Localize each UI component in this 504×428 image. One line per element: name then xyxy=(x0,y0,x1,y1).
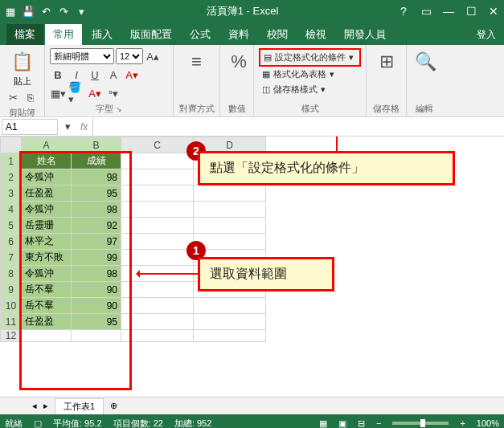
row-header[interactable]: 1 xyxy=(1,153,22,169)
border-icon[interactable]: ▦▾ xyxy=(50,85,66,101)
cell[interactable] xyxy=(121,202,194,218)
row-header[interactable]: 8 xyxy=(1,266,22,282)
increase-font-icon[interactable]: A▴ xyxy=(145,48,161,64)
font-size-select[interactable]: 12 xyxy=(116,48,143,64)
cell[interactable]: 98 xyxy=(72,202,121,218)
zoom-in-icon[interactable]: + xyxy=(460,418,465,428)
zoom-slider[interactable] xyxy=(392,422,449,425)
cells-icon[interactable]: ⊞ xyxy=(373,48,400,75)
cell[interactable] xyxy=(22,330,72,342)
col-header-a[interactable]: A xyxy=(22,137,72,153)
underline-button[interactable]: U xyxy=(87,67,103,83)
tab-layout[interactable]: 版面配置 xyxy=(122,24,180,45)
cell[interactable] xyxy=(194,185,266,202)
cell[interactable]: 林平之 xyxy=(22,234,72,250)
cell[interactable]: 岳不羣 xyxy=(22,282,72,298)
tab-insert[interactable]: 插入 xyxy=(84,24,121,45)
cell[interactable]: 98 xyxy=(72,169,121,185)
tab-developer[interactable]: 開發人員 xyxy=(336,24,394,45)
sheet-nav-prev-icon[interactable]: ◂ xyxy=(32,401,37,411)
col-header-b[interactable]: B xyxy=(72,137,121,153)
cell[interactable]: 90 xyxy=(72,298,121,314)
cell[interactable] xyxy=(121,153,194,169)
cell[interactable]: 姓名 xyxy=(22,153,72,169)
cell[interactable]: 90 xyxy=(72,282,121,298)
cell[interactable]: 任盈盈 xyxy=(22,185,72,202)
sign-in-link[interactable]: 登入 xyxy=(469,25,504,45)
row-header[interactable]: 9 xyxy=(1,282,22,298)
row-header[interactable]: 7 xyxy=(1,250,22,266)
view-page-break-icon[interactable]: ⊟ xyxy=(358,418,365,429)
view-page-layout-icon[interactable]: ▣ xyxy=(338,418,346,429)
formula-bar[interactable] xyxy=(92,117,504,136)
fill-color-icon[interactable]: 🪣▾ xyxy=(68,85,84,101)
percent-icon[interactable]: % xyxy=(225,48,252,75)
cell[interactable]: 岳靈珊 xyxy=(22,218,72,234)
zoom-out-icon[interactable]: − xyxy=(376,418,381,428)
font-dialog-launcher[interactable]: ↘ xyxy=(116,105,122,113)
cell[interactable]: 92 xyxy=(72,218,121,234)
font-name-select[interactable]: 新細明體 xyxy=(50,48,114,64)
save-icon[interactable]: 💾 xyxy=(21,4,35,18)
row-header[interactable]: 2 xyxy=(1,169,22,185)
cell[interactable] xyxy=(121,250,194,266)
tab-review[interactable]: 校閱 xyxy=(259,24,296,45)
font-color-icon[interactable]: A▾ xyxy=(124,67,140,83)
minimize-icon[interactable]: — xyxy=(441,5,456,18)
cell[interactable]: 成績 xyxy=(72,153,121,169)
tab-data[interactable]: 資料 xyxy=(220,24,257,45)
cell[interactable] xyxy=(194,314,266,330)
cell[interactable] xyxy=(194,298,266,314)
new-sheet-icon[interactable]: ⊕ xyxy=(110,401,117,411)
tab-file[interactable]: 檔案 xyxy=(6,24,43,45)
cut-icon[interactable]: ✂ xyxy=(5,89,21,105)
cell[interactable]: 98 xyxy=(72,266,121,282)
cell[interactable] xyxy=(121,218,194,234)
cell[interactable]: 99 xyxy=(72,250,121,266)
redo-icon[interactable]: ↷ xyxy=(56,4,71,18)
row-header[interactable]: 12 xyxy=(1,330,22,342)
decrease-font-icon[interactable]: A xyxy=(105,67,121,83)
cell[interactable]: 95 xyxy=(72,314,121,330)
macro-record-icon[interactable]: ▢ xyxy=(34,418,42,429)
row-header[interactable]: 5 xyxy=(1,218,22,234)
close-icon[interactable]: ✕ xyxy=(486,5,501,18)
copy-icon[interactable]: ⎘ xyxy=(23,89,39,105)
col-header-c[interactable]: C xyxy=(121,137,194,153)
view-normal-icon[interactable]: ▦ xyxy=(319,418,327,429)
format-as-table-button[interactable]: ▦ 格式化為表格 ▾ xyxy=(259,67,361,82)
conditional-formatting-button[interactable]: ▤ 設定格式化的條件 ▾ xyxy=(259,48,361,67)
cell[interactable] xyxy=(121,298,194,314)
cell[interactable] xyxy=(194,218,266,234)
cell[interactable] xyxy=(121,234,194,250)
cell[interactable] xyxy=(121,169,194,185)
help-icon[interactable]: ? xyxy=(396,5,411,18)
font-color2-icon[interactable]: A▾ xyxy=(87,85,103,101)
paste-button[interactable]: 貼上 xyxy=(5,75,39,88)
cell-styles-button[interactable]: ◫ 儲存格樣式 ▾ xyxy=(259,82,361,97)
namebox-dropdown-icon[interactable]: ▾ xyxy=(59,119,76,135)
paste-icon[interactable]: 📋 xyxy=(9,48,36,75)
cell[interactable] xyxy=(121,314,194,330)
ribbon-options-icon[interactable]: ▭ xyxy=(419,5,433,18)
sheet-nav-next-icon[interactable]: ▸ xyxy=(43,401,48,411)
cell[interactable] xyxy=(194,202,266,218)
cell[interactable]: 令狐沖 xyxy=(22,202,72,218)
zoom-level[interactable]: 100% xyxy=(477,418,499,428)
cell[interactable] xyxy=(121,282,194,298)
row-header[interactable]: 3 xyxy=(1,185,22,202)
row-header[interactable]: 4 xyxy=(1,202,22,218)
maximize-icon[interactable]: ☐ xyxy=(464,5,478,18)
cell[interactable]: 97 xyxy=(72,234,121,250)
undo-icon[interactable]: ↶ xyxy=(39,4,53,18)
fx-icon[interactable]: fx xyxy=(76,121,92,132)
cell[interactable]: 岳不羣 xyxy=(22,298,72,314)
cell[interactable]: 東方不敗 xyxy=(22,250,72,266)
cell[interactable]: 任盈盈 xyxy=(22,314,72,330)
row-header[interactable]: 10 xyxy=(1,298,22,314)
tab-formulas[interactable]: 公式 xyxy=(182,24,219,45)
select-all-corner[interactable] xyxy=(1,137,22,153)
bold-button[interactable]: B xyxy=(50,67,66,83)
cell[interactable] xyxy=(72,330,121,342)
cell[interactable]: 95 xyxy=(72,185,121,202)
